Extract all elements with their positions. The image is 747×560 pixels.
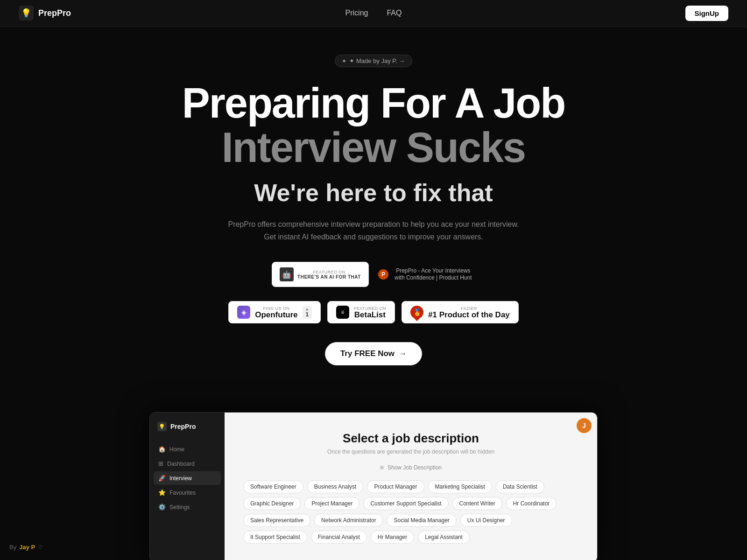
favourites-label: Favourites (169, 490, 196, 496)
home-icon: 🏠 (158, 446, 166, 453)
cta-container: Try FREE Now → (159, 342, 588, 365)
logo-text: PrepPro (38, 8, 71, 18)
settings-label: Settings (169, 504, 190, 511)
fazier-name: #1 Product of the Day (428, 311, 510, 319)
badges-row: 🤖 FEATURED ON THERE'S AN AI FOR THAT P P… (159, 262, 588, 287)
dashboard-subtitle: Once the questions are generated the job… (243, 448, 578, 455)
openfuture-name: Openfuture (255, 311, 298, 319)
openfuture-icon: ◈ (237, 306, 250, 319)
job-tag[interactable]: Graphic Designer (243, 497, 301, 510)
nav-link-faq[interactable]: FAQ (387, 9, 402, 17)
dashboard-main: J Select a job description Once the ques… (225, 413, 597, 560)
theresanai-text: THERE'S AN AI FOR THAT (297, 274, 361, 280)
dashboard-wrapper: 💡 PrepPro 🏠 Home ⊞ Dashboard 🚀 Interview (0, 412, 747, 560)
openfuture-count: ▲ 1 (303, 306, 312, 319)
desc-line1: PrepPro offers comprehensive interview p… (228, 220, 519, 228)
dashboard-icon: ⊞ (158, 460, 163, 467)
show-description-label: Show Job Description (388, 464, 442, 471)
sidebar-nav: 🏠 Home ⊞ Dashboard 🚀 Interview ⭐ Favouri… (150, 442, 225, 514)
badge-star-icon: ✦ (342, 58, 346, 64)
by-label: By (9, 544, 16, 551)
job-tag[interactable]: Sales Representative (243, 514, 310, 527)
sidebar-logo-icon: 💡 (157, 422, 167, 431)
fazier-badge[interactable]: 🏅 FAZIER #1 Product of the Day (402, 301, 519, 323)
signup-button[interactable]: SignUp (685, 6, 729, 21)
job-tag[interactable]: Data Scientist (496, 480, 544, 493)
job-tag[interactable]: Product Manager (367, 480, 424, 493)
betalist-icon: ≡ (336, 306, 349, 319)
logo-icon: 💡 (19, 6, 34, 21)
platform-badges: ◈ FIND US ON Openfuture ▲ 1 ≡ FEATURED O… (159, 301, 588, 323)
sidebar-logo: 💡 PrepPro (150, 422, 225, 442)
sidebar-item-home[interactable]: 🏠 Home (154, 442, 221, 456)
job-tag[interactable]: Business Analyst (307, 480, 364, 493)
sidebar-item-settings[interactable]: ⚙️ Settings (154, 500, 221, 514)
job-tag[interactable]: Content Writer (452, 497, 502, 510)
author-link[interactable]: Jay P (19, 544, 35, 551)
job-tag[interactable]: Financial Analyst (311, 531, 367, 544)
dashboard-avatar: J (577, 418, 592, 433)
dashboard-label: Dashboard (167, 461, 195, 467)
heart-icon: ♡ (38, 544, 43, 551)
fazier-ribbon-icon: 🏅 (410, 306, 423, 319)
nav-logo[interactable]: 💡 PrepPro (19, 6, 71, 21)
job-tag[interactable]: Network Administrator (314, 514, 383, 527)
job-tags-container: Software EngineerBusiness AnalystProduct… (243, 480, 578, 544)
show-description-row: Show Job Description (243, 464, 578, 471)
sidebar-item-dashboard[interactable]: ⊞ Dashboard (154, 457, 221, 470)
nav-links: Pricing FAQ (345, 9, 402, 17)
footer-attribution: By Jay P ♡ (9, 544, 43, 551)
try-free-label: Try FREE Now (340, 349, 395, 358)
openfuture-badge[interactable]: ◈ FIND US ON Openfuture ▲ 1 (228, 301, 321, 323)
arrow-icon: → (399, 350, 407, 358)
dashboard-preview: 💡 PrepPro 🏠 Home ⊞ Dashboard 🚀 Interview (149, 412, 598, 560)
main-title: Preparing For A Job Interview Sucks (159, 81, 588, 169)
favourites-icon: ⭐ (158, 489, 166, 496)
show-description-toggle[interactable] (380, 466, 384, 469)
description: PrepPro offers comprehensive interview p… (215, 218, 532, 243)
settings-icon: ⚙️ (158, 504, 166, 511)
home-label: Home (169, 446, 184, 453)
job-tag[interactable]: Project Manager (304, 497, 359, 510)
job-tag[interactable]: Social Media Manager (387, 514, 456, 527)
featured-on-label: FEATURED ON (297, 270, 361, 274)
title-line1: Preparing For A Job (159, 81, 588, 126)
job-tag[interactable]: Software Engineer (243, 480, 303, 493)
job-tag[interactable]: Customer Support Specialist (363, 497, 448, 510)
interview-icon: 🚀 (158, 475, 166, 482)
subtitle: We're here to fix that (159, 179, 588, 207)
hero-section: ✦ ✦ Made by Jay P. → Preparing For A Job… (140, 27, 607, 412)
producthunt-badge[interactable]: P PrepPro - Ace Your Interviews with Con… (378, 262, 475, 287)
job-tag[interactable]: Marketing Specialist (428, 480, 492, 493)
made-by-text: ✦ Made by Jay P. → (349, 57, 405, 64)
dashboard-sidebar: 💡 PrepPro 🏠 Home ⊞ Dashboard 🚀 Interview (150, 413, 225, 560)
sidebar-logo-text: PrepPro (170, 423, 196, 430)
job-tag[interactable]: Hr Manager (371, 531, 414, 544)
ph-logo-icon: P (378, 269, 388, 280)
job-tag[interactable]: Legal Assistant (418, 531, 470, 544)
navbar: 💡 PrepPro Pricing FAQ SignUp (0, 0, 747, 27)
desc-line2: Get instant AI feedback and suggestions … (264, 233, 483, 241)
job-tag[interactable]: It Support Specialist (243, 531, 307, 544)
ai-icon: 🤖 (280, 267, 294, 281)
sidebar-item-favourites[interactable]: ⭐ Favourites (154, 486, 221, 499)
theresanai-badge[interactable]: 🤖 FEATURED ON THERE'S AN AI FOR THAT (272, 262, 369, 287)
made-by-badge[interactable]: ✦ ✦ Made by Jay P. → (335, 55, 412, 67)
job-tag[interactable]: Hr Coordinator (506, 497, 557, 510)
betalist-badge[interactable]: ≡ FEATURED ON BetaList (327, 301, 395, 323)
interview-label: Interview (169, 475, 192, 482)
nav-link-pricing[interactable]: Pricing (345, 9, 368, 17)
title-line2: Interview Sucks (159, 126, 588, 170)
sidebar-item-interview[interactable]: 🚀 Interview (154, 471, 221, 485)
job-tag[interactable]: Ux Ui Designer (460, 514, 512, 527)
try-free-button[interactable]: Try FREE Now → (325, 342, 422, 365)
dashboard-title: Select a job description (243, 431, 578, 446)
betalist-name: BetaList (354, 311, 386, 319)
ph-text: PrepPro - Ace Your Interviews with Confi… (391, 267, 475, 282)
